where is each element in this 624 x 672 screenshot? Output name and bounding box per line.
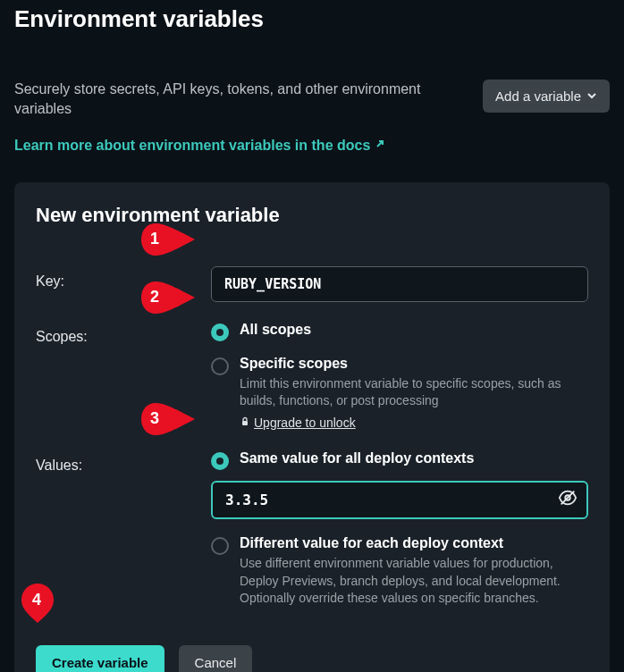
- scope-all-label: All scopes: [240, 322, 311, 338]
- add-variable-button[interactable]: Add a variable: [483, 80, 610, 113]
- upgrade-link[interactable]: Upgrade to unlock: [240, 416, 356, 430]
- radio-icon: [211, 323, 229, 341]
- key-input[interactable]: [211, 266, 588, 302]
- value-same-option[interactable]: Same value for all deploy contexts: [211, 450, 588, 470]
- value-different-label: Different value for each deploy context: [240, 535, 588, 551]
- page-title: Environment variables: [14, 5, 610, 33]
- card-title: New environment variable: [36, 204, 588, 227]
- create-variable-button[interactable]: Create variable: [36, 645, 164, 672]
- radio-icon: [211, 357, 229, 375]
- values-label: Values:: [36, 450, 211, 474]
- value-different-option[interactable]: Different value for each deploy context …: [211, 535, 588, 608]
- value-different-description: Use different environment variable value…: [240, 555, 588, 608]
- value-same-label: Same value for all deploy contexts: [240, 450, 588, 466]
- external-link-icon: [374, 138, 386, 154]
- lock-icon: [240, 416, 250, 430]
- new-variable-card: New environment variable Key: Scopes: Al…: [14, 182, 610, 672]
- visibility-toggle-icon[interactable]: [558, 488, 578, 511]
- docs-link[interactable]: Learn more about environment variables i…: [14, 138, 386, 154]
- value-input[interactable]: [211, 481, 588, 519]
- docs-link-text: Learn more about environment variables i…: [14, 138, 370, 154]
- add-variable-label: Add a variable: [495, 88, 581, 104]
- radio-icon: [211, 537, 229, 555]
- key-label: Key:: [36, 266, 211, 290]
- scope-specific-label: Specific scopes: [240, 356, 588, 372]
- scope-specific-description: Limit this environment variable to speci…: [240, 375, 588, 410]
- cancel-button[interactable]: Cancel: [179, 645, 253, 672]
- scope-specific-option[interactable]: Specific scopes Limit this environment v…: [211, 356, 588, 431]
- scopes-label: Scopes:: [36, 322, 211, 345]
- svg-rect-0: [242, 421, 248, 425]
- chevron-down-icon: [586, 88, 597, 104]
- upgrade-link-text: Upgrade to unlock: [254, 416, 356, 430]
- radio-icon: [211, 452, 229, 470]
- scope-all-option[interactable]: All scopes: [211, 322, 588, 341]
- page-description: Securely store secrets, API keys, tokens…: [14, 80, 426, 120]
